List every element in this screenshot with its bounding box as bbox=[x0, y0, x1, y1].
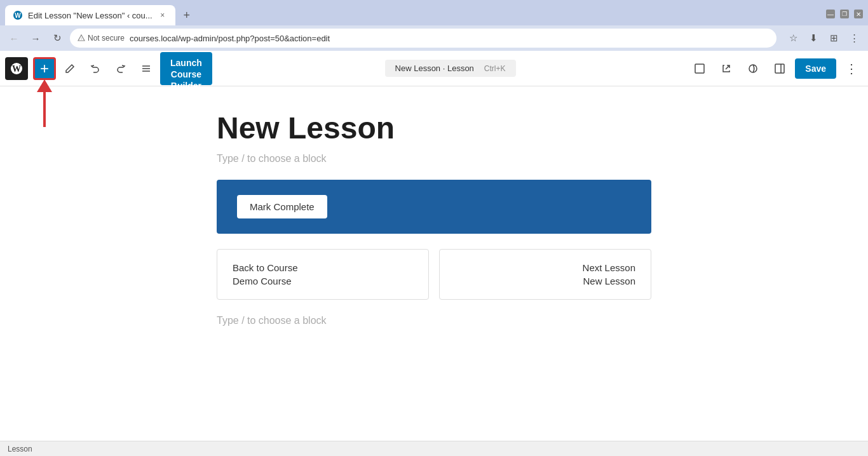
back-course-name: Demo Course bbox=[233, 276, 292, 286]
undo-button[interactable] bbox=[84, 57, 107, 80]
view-mode-button[interactable] bbox=[688, 57, 711, 80]
active-tab[interactable]: W Edit Lesson "New Lesson" ‹ cou... × bbox=[5, 5, 175, 25]
status-label: Lesson bbox=[8, 445, 32, 453]
back-btn[interactable]: ← bbox=[5, 29, 23, 47]
pencil-icon bbox=[65, 64, 75, 74]
launch-course-builder-button[interactable]: Launch Course Builder bbox=[160, 52, 212, 85]
address-bar-row: ← → ↻ ! Not secure courses.local/wp-admi… bbox=[0, 25, 868, 51]
next-lesson-block[interactable]: Next Lesson New Lesson bbox=[439, 249, 651, 300]
forward-btn[interactable]: → bbox=[27, 29, 44, 47]
browser-menu-btn[interactable]: ⋮ bbox=[845, 29, 863, 47]
editor-toolbar: W + bbox=[0, 51, 868, 86]
tab-favicon: W bbox=[13, 10, 23, 20]
security-indicator: ! Not secure bbox=[78, 34, 125, 43]
back-to-course-block[interactable]: Back to Course Demo Course bbox=[217, 249, 429, 300]
document-title: New Lesson · Lesson bbox=[395, 64, 474, 73]
wordpress-logo-icon: W bbox=[10, 62, 23, 75]
reload-btn[interactable]: ↻ bbox=[48, 29, 66, 47]
address-bar[interactable]: ! Not secure courses.local/wp-admin/post… bbox=[70, 29, 776, 48]
back-label: Back to Course bbox=[233, 262, 298, 273]
maximize-btn[interactable]: ❐ bbox=[840, 10, 849, 18]
extensions-btn[interactable]: ⊞ bbox=[825, 29, 843, 47]
download-btn[interactable]: ⬇ bbox=[804, 29, 822, 47]
edit-pen-button[interactable] bbox=[58, 57, 81, 80]
arrow-shaft bbox=[43, 92, 46, 127]
more-options-button[interactable]: ⋮ bbox=[840, 57, 863, 80]
preview-button[interactable] bbox=[715, 57, 738, 80]
toolbar-right: Save ⋮ bbox=[688, 57, 863, 80]
bookmark-btn[interactable]: ☆ bbox=[784, 29, 802, 47]
svg-text:W: W bbox=[12, 64, 21, 74]
list-view-icon bbox=[141, 64, 151, 74]
close-window-btn[interactable]: ✕ bbox=[854, 10, 863, 18]
editor-content: New Lesson Type / to choose a block Mark… bbox=[0, 86, 868, 441]
browser-actions: ☆ ⬇ ⊞ ⋮ bbox=[784, 29, 863, 47]
document-info[interactable]: New Lesson · Lesson Ctrl+K bbox=[385, 60, 516, 77]
lesson-title[interactable]: New Lesson bbox=[217, 112, 651, 145]
plus-icon: + bbox=[40, 61, 49, 76]
minimize-btn[interactable]: — bbox=[826, 10, 835, 18]
add-block-wrapper: + bbox=[33, 57, 56, 80]
sidebar-toggle-icon bbox=[774, 63, 785, 74]
svg-text:!: ! bbox=[81, 37, 82, 41]
svg-rect-10 bbox=[775, 64, 784, 73]
new-tab-button[interactable]: + bbox=[178, 6, 196, 24]
url-display: courses.local/wp-admin/post.php?post=50&… bbox=[130, 34, 330, 43]
tab-title: Edit Lesson "New Lesson" ‹ cou... bbox=[28, 11, 153, 20]
global-styles-button[interactable] bbox=[742, 57, 764, 80]
more-icon: ⋮ bbox=[845, 61, 858, 76]
next-lesson-name: New Lesson bbox=[583, 276, 635, 286]
external-link-icon bbox=[721, 63, 732, 74]
add-block-button[interactable]: + bbox=[33, 57, 56, 80]
svg-rect-8 bbox=[695, 64, 704, 73]
warning-icon: ! bbox=[78, 34, 85, 42]
red-arrow-annotation bbox=[37, 80, 52, 127]
mark-complete-button[interactable]: Mark Complete bbox=[237, 195, 327, 218]
wp-logo[interactable]: W bbox=[5, 57, 28, 80]
status-bar: Lesson bbox=[0, 441, 868, 456]
styles-icon bbox=[747, 63, 759, 74]
keyboard-shortcut: Ctrl+K bbox=[484, 64, 506, 73]
placeholder-1[interactable]: Type / to choose a block bbox=[217, 153, 651, 164]
mark-complete-block: Mark Complete bbox=[217, 180, 651, 234]
save-button[interactable]: Save bbox=[795, 58, 836, 79]
tab-close-btn[interactable]: × bbox=[158, 10, 168, 20]
arrow-head bbox=[37, 79, 52, 92]
wp-editor: W + bbox=[0, 51, 868, 456]
toolbar-center: New Lesson · Lesson Ctrl+K bbox=[215, 60, 686, 77]
placeholder-2[interactable]: Type / to choose a block bbox=[217, 315, 651, 326]
redo-icon bbox=[116, 64, 126, 74]
tab-bar: W Edit Lesson "New Lesson" ‹ cou... × + … bbox=[0, 0, 868, 25]
sidebar-toggle-button[interactable] bbox=[768, 57, 791, 80]
svg-point-9 bbox=[749, 65, 757, 72]
view-mode-icon bbox=[694, 63, 705, 74]
svg-text:W: W bbox=[15, 12, 21, 19]
lesson-navigation: Back to Course Demo Course Next Lesson N… bbox=[217, 249, 651, 300]
editor-inner: New Lesson Type / to choose a block Mark… bbox=[186, 112, 682, 326]
list-view-button[interactable] bbox=[135, 57, 158, 80]
next-label: Next Lesson bbox=[583, 262, 635, 273]
redo-button[interactable] bbox=[109, 57, 132, 80]
undo-icon bbox=[90, 64, 100, 74]
security-label: Not secure bbox=[88, 34, 125, 43]
